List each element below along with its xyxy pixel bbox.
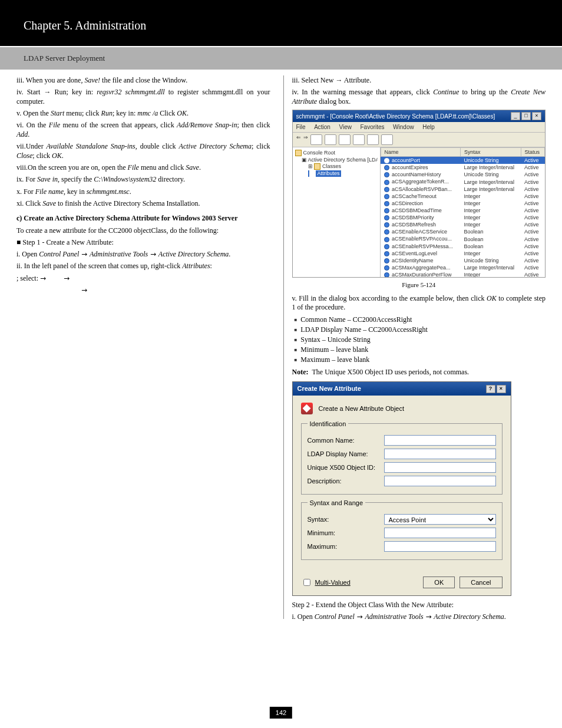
multi-valued-checkbox[interactable]: Multi-Valued — [301, 577, 351, 588]
step1-i: i. Open Control Panel → Administrative T… — [16, 250, 270, 259]
column-divider — [283, 75, 284, 619]
common-name-input[interactable] — [384, 435, 496, 446]
syntax-range-group: Syntax and Range Syntax:Access Point Min… — [301, 499, 503, 560]
tree-root[interactable]: Console Root — [303, 150, 336, 156]
syntax-select[interactable]: Access Point — [384, 514, 496, 525]
maximum-input[interactable] — [384, 541, 496, 552]
tool-icon[interactable] — [381, 134, 393, 145]
step1-ii: ii. In the left panel of the screen that… — [16, 262, 270, 271]
common-name-label: Common Name: — [308, 437, 384, 444]
folder-icon — [314, 163, 320, 170]
tool-icon[interactable] — [353, 134, 365, 145]
description-input[interactable] — [384, 476, 496, 486]
dialog-title: Create New Attribute — [297, 385, 361, 392]
close-icon: × — [532, 112, 541, 120]
table-row[interactable]: accountExpiresLarge Integer/IntervalActi… — [381, 164, 545, 171]
table-row[interactable]: aCSDSBMPriorityIntegerActive — [381, 214, 545, 221]
bullet-3: Syntax – Unicode String — [292, 335, 546, 344]
table-row[interactable]: aCSEnableRSVPMessa...BooleanActive — [381, 243, 545, 250]
mmc-tree[interactable]: Console Root ▣ Active Directory Schema [… — [293, 147, 381, 277]
tree-attributes[interactable]: Attributes — [308, 170, 341, 177]
window-buttons[interactable]: _□× — [510, 112, 541, 120]
col-name[interactable]: Name — [381, 148, 461, 157]
menu-window[interactable]: Window — [393, 124, 414, 130]
table-row[interactable]: aCSDSBMDeadTimeIntegerActive — [381, 207, 545, 214]
menu-view[interactable]: View — [339, 124, 352, 130]
table-row[interactable]: aCSAllocableRSVPBan...Large Integer/Inte… — [381, 186, 545, 193]
menu-action[interactable]: Action — [314, 124, 330, 130]
tool-icon[interactable] — [367, 134, 379, 145]
tool-icon[interactable] — [310, 134, 322, 145]
dialog-titlebar[interactable]: Create New Attribute ?× — [293, 382, 511, 396]
mmc-list[interactable]: Name Syntax Status accountPortUnicode St… — [381, 147, 546, 277]
bullet-2: LDAP Display Name – CC2000AccessRight — [292, 325, 546, 334]
table-row[interactable]: aCSDirectionIntegerActive — [381, 200, 545, 207]
step-v: v. Open the Start menu; click Run; key i… — [16, 109, 270, 118]
table-row[interactable]: aCSAggregateTokenR...Large Integer/Inter… — [381, 178, 545, 185]
menu-file[interactable]: File — [296, 124, 306, 130]
maximize-icon: □ — [521, 112, 531, 120]
close-icon: × — [497, 385, 506, 393]
step-vi: vi. On the File menu of the screen that … — [16, 121, 270, 139]
table-row[interactable]: aCSCacheTimeoutIntegerActive — [381, 193, 545, 200]
step2-heading: Step 2 - Extend the Object Class With th… — [292, 601, 546, 610]
mmc-titlebar[interactable]: schmmgmt - [Console Root\Active Director… — [293, 110, 546, 122]
col-syntax[interactable]: Syntax — [461, 148, 521, 157]
oid-input[interactable] — [384, 462, 496, 473]
step2-i: i. Open Control Panel → Administrative T… — [292, 612, 546, 621]
mmc-screenshot: schmmgmt - [Console Root\Active Director… — [292, 110, 546, 278]
bullet-1: Common Name – CC2000AccessRight — [292, 315, 546, 324]
figure-caption-1: Figure 5-124 — [292, 281, 546, 288]
note: Note:The Unique X500 Object ID uses peri… — [292, 368, 546, 377]
minimize-icon: _ — [511, 112, 520, 120]
folder-icon — [295, 150, 302, 156]
table-row[interactable]: aCSMaxDurationPerFlowIntegerActive — [381, 271, 545, 277]
ok-button[interactable]: OK — [423, 577, 455, 588]
left-extra-arrow: → — [81, 286, 270, 295]
tool-icon[interactable] — [325, 134, 336, 145]
maximum-label: Maximum: — [308, 543, 384, 550]
heading-c: c) Create an Active Directory Schema Att… — [16, 214, 270, 223]
step-x: x. For File name, key in schmmgmt.msc. — [16, 187, 270, 196]
identification-legend: Identification — [308, 420, 349, 427]
page-number: 142 — [270, 707, 292, 719]
table-row[interactable]: aCSEnableACSServiceBooleanActive — [381, 228, 545, 235]
table-row[interactable]: aCSDSBMRefreshIntegerActive — [381, 221, 545, 228]
tree-classes[interactable]: Classes — [322, 163, 341, 169]
r-step-iii: iii. Select New → Attribute. — [292, 76, 546, 85]
r-step-v: v. Fill in the dialog box according to t… — [292, 294, 546, 312]
menu-help[interactable]: Help — [422, 124, 435, 130]
help-icon: ? — [486, 385, 495, 393]
menu-favorites[interactable]: Favorites — [360, 124, 384, 130]
step-iv: iv. Start → Run; key in: regsvr32 schmmg… — [16, 88, 270, 106]
mmc-toolbar[interactable]: ⇐⇒ — [293, 133, 546, 147]
dialog-window-buttons[interactable]: ?× — [485, 384, 506, 393]
table-row[interactable]: aCSEnableRSVPAccou...BooleanActive — [381, 235, 545, 242]
step-xi: xi. Click Save to finish the Active Dire… — [16, 199, 270, 208]
ldap-name-label: LDAP Display Name: — [308, 450, 384, 457]
mmc-title: schmmgmt - [Console Root\Active Director… — [296, 113, 495, 120]
back-icon[interactable]: ⇐ — [296, 134, 301, 145]
table-row[interactable]: aCSMaxAggregatePea...Large Integer/Inter… — [381, 264, 545, 271]
c-intro: To create a new attribute for the CC2000… — [16, 226, 270, 235]
step1-heading: ■ Step 1 - Create a New Attribute: — [16, 238, 270, 247]
left-select-arrow: ; select: → → — [16, 274, 270, 283]
tool-icon[interactable] — [339, 134, 351, 145]
table-row[interactable]: aCSIdentityNameUnicode StringActive — [381, 257, 545, 264]
col-status[interactable]: Status — [521, 148, 544, 157]
chapter-title: Chapter 5. Administration — [24, 19, 146, 32]
table-row[interactable]: aCSEventLogLevelIntegerActive — [381, 250, 545, 257]
mmc-menubar[interactable]: File Action View Favorites Window Help — [293, 122, 546, 133]
table-row[interactable]: accountNameHistoryUnicode StringActive — [381, 171, 545, 178]
minimum-input[interactable] — [384, 528, 496, 538]
create-attribute-dialog: Create New Attribute ?× Create a New Att… — [292, 381, 511, 596]
oid-label: Unique X500 Object ID: — [308, 464, 384, 471]
step-vii: vii.Under Available Standalone Snap-ins,… — [16, 142, 270, 160]
bullet-5: Maximum – leave blank — [292, 355, 546, 364]
fwd-icon[interactable]: ⇒ — [303, 134, 308, 145]
cancel-button[interactable]: Cancel — [459, 577, 502, 588]
syntax-label: Syntax: — [308, 516, 384, 523]
ldap-name-input[interactable] — [384, 449, 496, 459]
description-label: Description: — [308, 477, 384, 485]
tree-schema[interactable]: Active Directory Schema [LDAP.tt.com] — [308, 157, 378, 163]
